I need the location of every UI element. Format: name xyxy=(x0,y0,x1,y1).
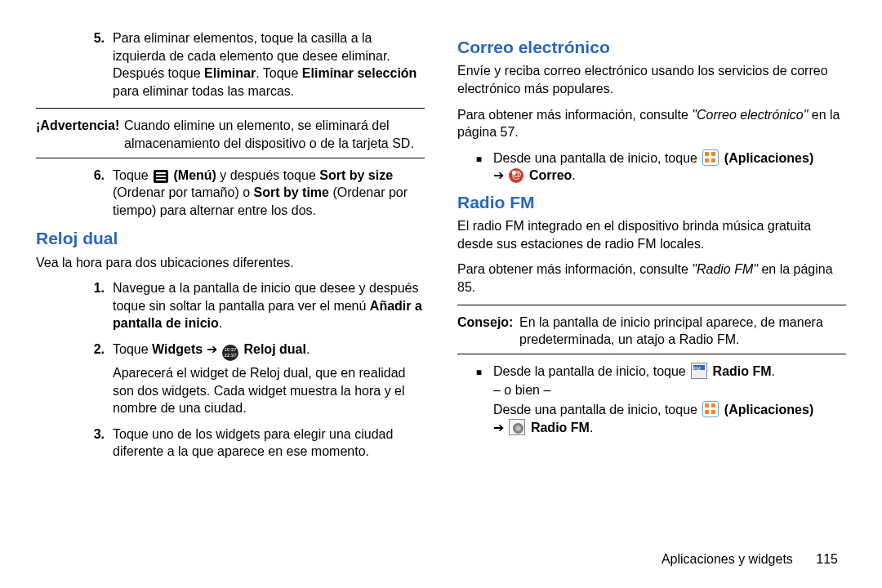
text: . xyxy=(219,316,222,330)
heading-correo: Correo electrónico xyxy=(457,36,846,59)
step-body: Toque uno de los widgets para elegir una… xyxy=(113,425,425,461)
bold: (Menú) xyxy=(170,168,216,182)
text: . xyxy=(590,421,593,434)
heading-radio: Radio FM xyxy=(457,191,846,214)
reloj-step-3: 3. Toque uno de los widgets para elegir … xyxy=(36,425,425,461)
bold: Radio FM xyxy=(527,421,589,434)
step-number: 2. xyxy=(80,341,113,417)
text: Desde una pantalla de inicio, toque xyxy=(493,403,701,416)
reloj-step-2: 2. Toque Widgets ➔ 10:3722:37 Reloj dual… xyxy=(36,341,425,417)
or-line: – o bien – xyxy=(493,381,846,399)
arrow: ➔ xyxy=(493,421,507,434)
bold: Sort by size xyxy=(319,168,393,182)
divider xyxy=(36,108,425,109)
bold: (Aplicaciones) xyxy=(720,151,813,165)
bullet-icon: ■ xyxy=(457,149,493,185)
step-number: 6. xyxy=(80,167,113,220)
radio-home-icon xyxy=(691,363,707,379)
text: Toque xyxy=(113,168,152,182)
correo-moreinfo: Para obtener más información, consulte "… xyxy=(457,106,846,141)
text: y después toque xyxy=(216,168,319,182)
step-body: Toque (Menú) y después toque Sort by siz… xyxy=(113,167,425,220)
text: para eliminar todas las marcas. xyxy=(113,84,294,98)
line-1: Desde la pantalla de inicio, toque Radio… xyxy=(493,363,846,381)
step-number: 1. xyxy=(80,279,113,332)
bullet-correo: ■ Desde una pantalla de inicio, toque (A… xyxy=(457,149,846,185)
left-column: 5. Para eliminar elementos, toque la cas… xyxy=(36,29,441,572)
step-5: 5. Para eliminar elementos, toque la cas… xyxy=(36,29,425,100)
step-line: Toque Widgets ➔ 10:3722:37 Reloj dual. xyxy=(113,341,425,361)
line-2: Desde una pantalla de inicio, toque (Apl… xyxy=(493,401,846,436)
clock-bot: 22:37 xyxy=(225,353,237,358)
bold: Reloj dual xyxy=(240,342,306,356)
warning-label: ¡Advertencia! xyxy=(36,117,124,152)
footer-section: Aplicaciones y widgets xyxy=(662,552,793,566)
step-body: Para eliminar elementos, toque la casill… xyxy=(113,29,425,100)
page: 5. Para eliminar elementos, toque la cas… xyxy=(0,0,882,588)
mail-icon xyxy=(509,168,523,183)
bullet-icon: ■ xyxy=(457,363,493,436)
page-number: 115 xyxy=(816,552,838,566)
bold: Sort by time xyxy=(254,185,329,199)
bullet-radio: ■ Desde la pantalla de inicio, toque Rad… xyxy=(457,363,846,436)
apps-icon xyxy=(702,401,719,417)
bullet-body: Desde la pantalla de inicio, toque Radio… xyxy=(493,363,846,436)
bold: Correo xyxy=(525,168,572,182)
step-body: Navegue a la pantalla de inicio que dese… xyxy=(113,279,425,332)
warning: ¡Advertencia! Cuando elimine un elemento… xyxy=(36,117,425,152)
radio-moreinfo: Para obtener más información, consulte "… xyxy=(457,261,846,296)
text: . xyxy=(306,342,310,356)
bold: Radio FM xyxy=(709,364,771,378)
step-number: 3. xyxy=(80,425,113,461)
apps-icon xyxy=(702,149,719,166)
text: Desde la pantalla de inicio, toque xyxy=(493,364,689,378)
reloj-step-1: 1. Navegue a la pantalla de inicio que d… xyxy=(36,279,425,332)
italic: "Correo electrónico" xyxy=(692,108,808,122)
bold: (Aplicaciones) xyxy=(720,403,813,416)
radio-intro: El radio FM integrado en el dispositivo … xyxy=(457,217,846,252)
consejo-text: En la pantalla de inicio principal apare… xyxy=(519,314,846,349)
text: . Toque xyxy=(256,66,302,80)
radio-app-icon xyxy=(509,419,525,435)
clock-icon: 10:3722:37 xyxy=(222,345,238,361)
text: Para obtener más información, consulte xyxy=(457,262,692,276)
divider xyxy=(36,158,425,158)
italic: "Radio FM" xyxy=(692,262,758,276)
right-column: Correo electrónico Envíe y reciba correo… xyxy=(441,29,846,572)
warning-text: Cuando elimine un elemento, se eliminará… xyxy=(124,117,425,152)
arrow: ➔ xyxy=(203,342,220,356)
text: . xyxy=(572,168,575,182)
footer: Aplicaciones y widgets 115 xyxy=(662,550,838,568)
text: . xyxy=(772,364,775,378)
step-body: Toque Widgets ➔ 10:3722:37 Reloj dual. A… xyxy=(113,341,425,417)
bold: Widgets xyxy=(152,342,203,356)
correo-intro: Envíe y reciba correo electrónico usando… xyxy=(457,62,846,97)
clock-top: 10:37 xyxy=(225,347,237,352)
reloj-intro: Vea la hora para dos ubicaciones diferen… xyxy=(36,254,425,272)
bold: Eliminar selección xyxy=(302,66,417,80)
consejo: Consejo: En la pantalla de inicio princi… xyxy=(457,314,846,349)
menu-icon xyxy=(154,170,168,183)
step-number: 5. xyxy=(80,29,113,100)
text: (Ordenar por tamaño) o xyxy=(113,185,254,199)
divider xyxy=(457,354,846,354)
text: Desde una pantalla de inicio, toque xyxy=(493,151,701,165)
divider xyxy=(457,305,846,305)
step-followup: Aparecerá el widget de Reloj dual, que e… xyxy=(113,364,425,417)
text: Toque xyxy=(113,342,152,356)
text: Para obtener más información, consulte xyxy=(457,108,692,122)
step-6: 6. Toque (Menú) y después toque Sort by … xyxy=(36,167,425,220)
arrow: ➔ xyxy=(493,168,507,182)
bold: Eliminar xyxy=(204,66,256,80)
heading-reloj-dual: Reloj dual xyxy=(36,227,425,250)
consejo-label: Consejo: xyxy=(457,314,519,349)
bullet-body: Desde una pantalla de inicio, toque (Apl… xyxy=(493,149,846,185)
